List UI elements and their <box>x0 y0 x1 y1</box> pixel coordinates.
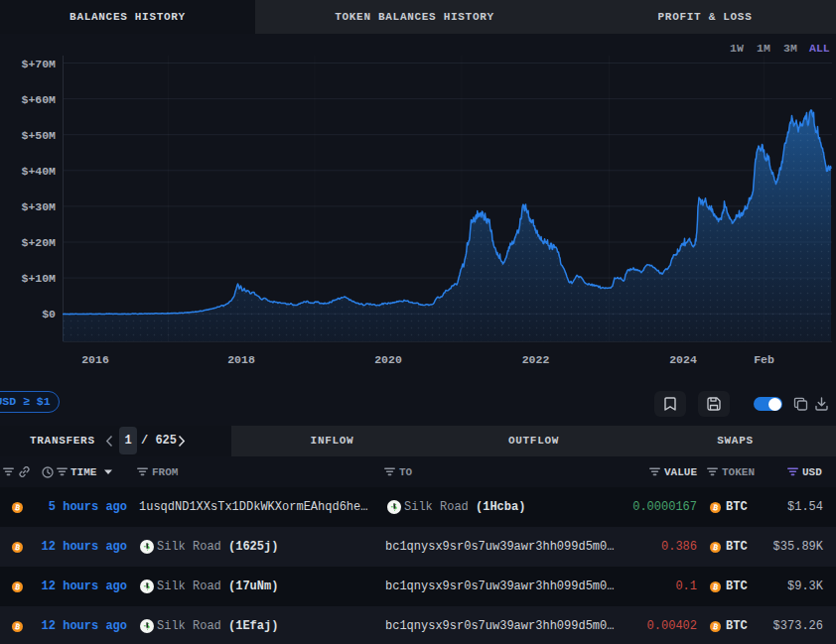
svg-text:2024: 2024 <box>669 353 697 366</box>
svg-text:$+10M: $+10M <box>21 272 56 285</box>
svg-text:$+70M: $+70M <box>21 58 56 70</box>
svg-text:2018: 2018 <box>227 353 255 366</box>
svg-text:$+30M: $+30M <box>21 200 56 213</box>
svg-text:$0: $0 <box>42 308 56 321</box>
svg-text:$+50M: $+50M <box>21 129 56 142</box>
svg-text:2016: 2016 <box>81 353 109 366</box>
svg-text:$+20M: $+20M <box>21 236 56 249</box>
svg-text:2020: 2020 <box>374 353 402 366</box>
svg-text:$+60M: $+60M <box>21 93 56 106</box>
svg-text:2022: 2022 <box>522 353 550 366</box>
svg-text:$+40M: $+40M <box>21 165 56 178</box>
svg-text:Feb: Feb <box>754 353 774 366</box>
